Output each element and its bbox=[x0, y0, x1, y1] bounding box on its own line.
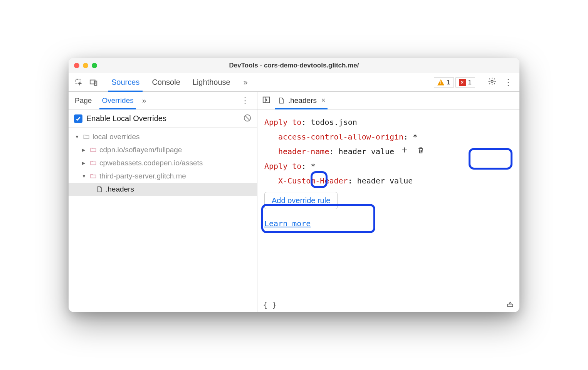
enable-overrides-row: Enable Local Overrides bbox=[69, 109, 257, 128]
navigator-tabs: Page Overrides » ⋮ bbox=[69, 92, 257, 109]
editor-status-bar: { } bbox=[257, 297, 519, 312]
tree-file-label: .headers bbox=[106, 185, 134, 193]
inspect-element-icon[interactable] bbox=[72, 76, 86, 89]
navigator-sidebar: Page Overrides » ⋮ Enable Local Override… bbox=[69, 92, 257, 312]
enable-overrides-label: Enable Local Overrides bbox=[86, 114, 166, 123]
header-name[interactable]: access-control-allow-origin bbox=[278, 132, 403, 141]
chevron-down-icon: ▼ bbox=[75, 134, 80, 140]
tree-file-headers[interactable]: .headers bbox=[69, 183, 257, 196]
header-row: X-Custom-Header: header value bbox=[264, 173, 512, 188]
apply-to-target[interactable]: todos.json bbox=[311, 118, 357, 127]
chevron-right-icon: ▶ bbox=[82, 160, 87, 166]
tab-sources[interactable]: Sources bbox=[110, 73, 141, 91]
tab-page[interactable]: Page bbox=[73, 92, 93, 109]
pretty-print-icon[interactable]: { } bbox=[263, 300, 277, 309]
zoom-window-button[interactable] bbox=[92, 63, 97, 68]
error-count: 1 bbox=[468, 79, 472, 86]
main-tabs: Sources Console Lighthouse » bbox=[110, 73, 250, 91]
editor-pane: .headers × Apply to: todos.json access-c… bbox=[257, 92, 519, 312]
chevron-right-icon: ▶ bbox=[82, 147, 87, 153]
minimize-window-button[interactable] bbox=[83, 63, 88, 68]
clear-overrides-icon[interactable] bbox=[243, 114, 252, 124]
coverage-icon[interactable] bbox=[506, 300, 514, 309]
header-row: header-name: header value bbox=[264, 144, 512, 159]
more-tabs-icon[interactable]: » bbox=[241, 78, 250, 87]
file-tree: ▼ local overrides ▶ cdpn.io/sofiayem/ful… bbox=[69, 128, 257, 312]
traffic-lights bbox=[74, 63, 97, 68]
header-value[interactable]: * bbox=[413, 132, 417, 141]
warnings-badge[interactable]: 1 bbox=[434, 77, 454, 87]
tab-overrides[interactable]: Overrides bbox=[100, 92, 135, 109]
svg-rect-10 bbox=[507, 304, 512, 307]
tab-console[interactable]: Console bbox=[150, 73, 181, 91]
apply-to-label: Apply to bbox=[264, 161, 301, 171]
header-name[interactable]: header-name bbox=[278, 147, 329, 156]
tree-folder-label: third-party-server.glitch.me bbox=[99, 172, 186, 180]
folder-icon bbox=[89, 173, 97, 180]
more-menu-icon[interactable]: ⋮ bbox=[501, 77, 516, 87]
apply-to-target[interactable]: * bbox=[311, 161, 315, 171]
enable-overrides-checkbox[interactable] bbox=[74, 114, 82, 123]
warning-icon bbox=[437, 79, 444, 86]
header-name[interactable]: X-Custom-Header bbox=[278, 176, 348, 185]
folder-icon bbox=[89, 160, 97, 166]
tree-folder[interactable]: ▶ cpwebassets.codepen.io/assets bbox=[69, 156, 257, 170]
apply-to-row: Apply to: todos.json bbox=[264, 115, 512, 130]
close-tab-icon[interactable]: × bbox=[320, 96, 326, 104]
file-icon bbox=[96, 186, 103, 193]
navigator-more-icon[interactable]: ⋮ bbox=[238, 96, 252, 106]
warning-count: 1 bbox=[447, 79, 450, 86]
tree-root-label: local overrides bbox=[92, 133, 140, 141]
tree-folder[interactable]: ▶ cdpn.io/sofiayem/fullpage bbox=[69, 143, 257, 156]
header-row: access-control-allow-origin: * bbox=[264, 130, 512, 144]
add-header-button[interactable] bbox=[399, 144, 410, 156]
editor-tab-headers[interactable]: .headers × bbox=[276, 92, 327, 109]
settings-icon[interactable] bbox=[485, 77, 499, 88]
add-override-rule-button[interactable]: Add override rule bbox=[264, 192, 338, 209]
headers-editor[interactable]: Apply to: todos.json access-control-allo… bbox=[257, 109, 519, 297]
more-navigator-tabs-icon[interactable]: » bbox=[142, 96, 146, 105]
chevron-down-icon: ▼ bbox=[82, 173, 87, 179]
folder-icon bbox=[89, 146, 97, 153]
apply-to-label: Apply to bbox=[264, 118, 301, 127]
svg-point-3 bbox=[491, 80, 493, 82]
header-value[interactable]: header value bbox=[357, 176, 413, 185]
editor-tabstrip: .headers × bbox=[257, 92, 519, 109]
tree-folder-label: cdpn.io/sofiayem/fullpage bbox=[99, 146, 182, 154]
header-value[interactable]: header value bbox=[339, 147, 395, 156]
error-icon: × bbox=[459, 79, 466, 86]
devtools-window: DevTools - cors-demo-devtools.glitch.me/… bbox=[69, 58, 519, 312]
tree-folder-label: cpwebassets.codepen.io/assets bbox=[99, 159, 203, 167]
errors-badge[interactable]: × 1 bbox=[455, 77, 475, 87]
svg-line-5 bbox=[245, 115, 250, 120]
tree-root[interactable]: ▼ local overrides bbox=[69, 130, 257, 143]
delete-header-button[interactable] bbox=[415, 145, 427, 156]
toggle-navigator-icon[interactable] bbox=[262, 96, 270, 106]
learn-more-link[interactable]: Learn more bbox=[264, 216, 311, 231]
editor-tab-label: .headers bbox=[288, 96, 317, 105]
file-icon bbox=[277, 97, 285, 104]
divider bbox=[105, 77, 105, 88]
folder-icon bbox=[82, 133, 90, 140]
close-window-button[interactable] bbox=[74, 63, 79, 68]
main-toolbar: Sources Console Lighthouse » 1 × 1 ⋮ bbox=[69, 73, 519, 92]
window-title: DevTools - cors-demo-devtools.glitch.me/ bbox=[69, 62, 519, 69]
device-toolbar-icon[interactable] bbox=[87, 76, 100, 89]
tree-folder[interactable]: ▼ third-party-server.glitch.me bbox=[69, 170, 257, 183]
apply-to-row: Apply to: * bbox=[264, 159, 512, 173]
tab-lighthouse[interactable]: Lighthouse bbox=[191, 73, 232, 91]
titlebar: DevTools - cors-demo-devtools.glitch.me/ bbox=[69, 58, 519, 73]
divider bbox=[480, 77, 480, 88]
